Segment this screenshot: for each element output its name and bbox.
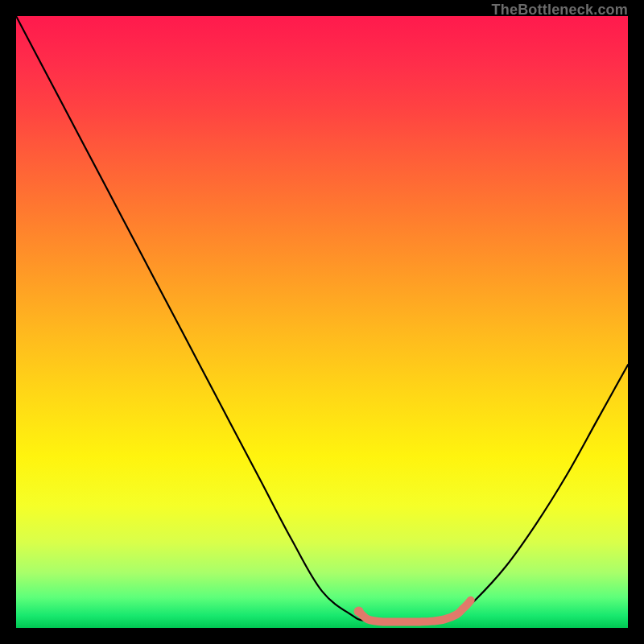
chart-frame: TheBottleneck.com bbox=[16, 16, 628, 628]
chart-svg bbox=[16, 16, 628, 628]
series-optimal-range-marker bbox=[359, 601, 471, 622]
marker-optimal-start-dot bbox=[354, 606, 364, 616]
series-bottleneck-curve bbox=[16, 16, 628, 622]
chart-plot-area bbox=[16, 16, 628, 628]
